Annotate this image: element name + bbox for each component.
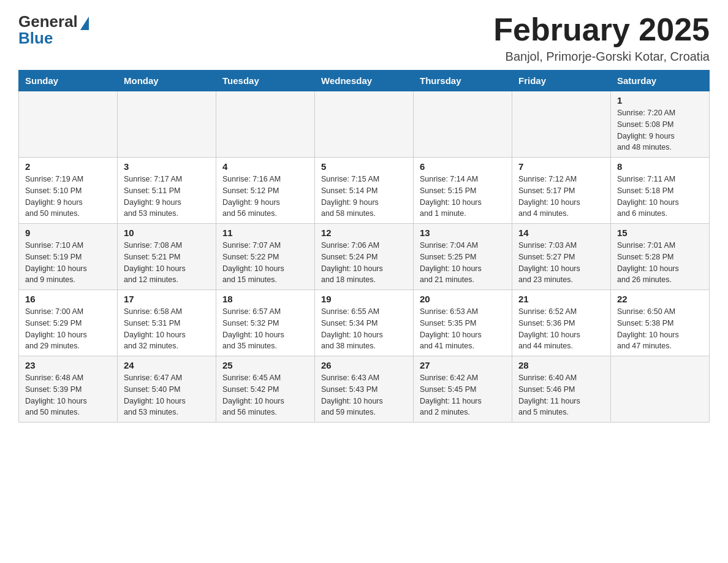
calendar-cell: 6Sunrise: 7:14 AMSunset: 5:15 PMDaylight… [414,158,512,224]
calendar-header: SundayMondayTuesdayWednesdayThursdayFrid… [19,71,710,91]
day-info: Sunrise: 7:01 AMSunset: 5:28 PMDaylight:… [617,240,703,286]
calendar-cell: 16Sunrise: 7:00 AMSunset: 5:29 PMDayligh… [19,290,118,356]
day-info: Sunrise: 7:08 AMSunset: 5:21 PMDaylight:… [124,240,210,286]
day-info: Sunrise: 6:50 AMSunset: 5:38 PMDaylight:… [617,306,703,352]
day-number: 21 [518,294,604,304]
calendar-cell: 13Sunrise: 7:04 AMSunset: 5:25 PMDayligh… [414,224,512,290]
day-info: Sunrise: 6:53 AMSunset: 5:35 PMDaylight:… [420,306,506,352]
day-info: Sunrise: 7:20 AMSunset: 5:08 PMDaylight:… [617,107,703,153]
day-info: Sunrise: 6:40 AMSunset: 5:46 PMDaylight:… [518,372,604,418]
day-number: 18 [222,294,308,304]
calendar-cell: 1Sunrise: 7:20 AMSunset: 5:08 PMDaylight… [611,91,710,158]
calendar-cell: 9Sunrise: 7:10 AMSunset: 5:19 PMDaylight… [19,224,118,290]
day-info: Sunrise: 7:15 AMSunset: 5:14 PMDaylight:… [321,174,407,220]
weekday-header-friday: Friday [512,71,611,91]
day-number: 7 [518,161,604,172]
calendar-cell: 3Sunrise: 7:17 AMSunset: 5:11 PMDaylight… [118,158,216,224]
day-info: Sunrise: 7:14 AMSunset: 5:15 PMDaylight:… [420,174,506,220]
day-number: 14 [518,228,604,238]
calendar-cell: 10Sunrise: 7:08 AMSunset: 5:21 PMDayligh… [118,224,216,290]
day-info: Sunrise: 7:12 AMSunset: 5:17 PMDaylight:… [518,174,604,220]
calendar-table: SundayMondayTuesdayWednesdayThursdayFrid… [18,70,710,423]
calendar-cell: 8Sunrise: 7:11 AMSunset: 5:18 PMDaylight… [611,158,710,224]
day-number: 22 [617,294,703,304]
day-info: Sunrise: 7:16 AMSunset: 5:12 PMDaylight:… [222,174,308,220]
weekday-header-tuesday: Tuesday [216,71,315,91]
calendar-cell [216,91,315,158]
day-number: 26 [321,360,407,370]
day-number: 13 [420,228,506,238]
day-info: Sunrise: 7:00 AMSunset: 5:29 PMDaylight:… [25,306,111,352]
day-info: Sunrise: 7:11 AMSunset: 5:18 PMDaylight:… [617,174,703,220]
day-number: 6 [420,161,506,172]
day-info: Sunrise: 6:45 AMSunset: 5:42 PMDaylight:… [222,372,308,418]
day-number: 28 [518,360,604,370]
day-number: 8 [617,161,703,172]
day-info: Sunrise: 7:04 AMSunset: 5:25 PMDaylight:… [420,240,506,286]
calendar-cell: 26Sunrise: 6:43 AMSunset: 5:43 PMDayligh… [315,356,414,423]
day-number: 2 [25,161,111,172]
day-number: 27 [420,360,506,370]
day-info: Sunrise: 6:47 AMSunset: 5:40 PMDaylight:… [124,372,210,418]
calendar-cell: 22Sunrise: 6:50 AMSunset: 5:38 PMDayligh… [611,290,710,356]
day-info: Sunrise: 6:57 AMSunset: 5:32 PMDaylight:… [222,306,308,352]
calendar-week-row: 9Sunrise: 7:10 AMSunset: 5:19 PMDaylight… [19,224,710,290]
logo: General Blue [18,12,89,48]
day-number: 1 [617,95,703,105]
day-number: 11 [222,228,308,238]
day-info: Sunrise: 6:55 AMSunset: 5:34 PMDaylight:… [321,306,407,352]
page-header: General Blue February 2025 Banjol, Primo… [18,12,710,64]
weekday-header-sunday: Sunday [19,71,118,91]
logo-triangle-icon [80,17,89,30]
calendar-cell: 17Sunrise: 6:58 AMSunset: 5:31 PMDayligh… [118,290,216,356]
weekday-header-monday: Monday [118,71,216,91]
calendar-week-row: 16Sunrise: 7:00 AMSunset: 5:29 PMDayligh… [19,290,710,356]
calendar-body: 1Sunrise: 7:20 AMSunset: 5:08 PMDaylight… [19,91,710,423]
day-number: 25 [222,360,308,370]
day-number: 15 [617,228,703,238]
calendar-cell: 27Sunrise: 6:42 AMSunset: 5:45 PMDayligh… [414,356,512,423]
calendar-cell: 24Sunrise: 6:47 AMSunset: 5:40 PMDayligh… [118,356,216,423]
day-info: Sunrise: 7:17 AMSunset: 5:11 PMDaylight:… [124,174,210,220]
day-info: Sunrise: 7:07 AMSunset: 5:22 PMDaylight:… [222,240,308,286]
day-number: 12 [321,228,407,238]
calendar-cell: 4Sunrise: 7:16 AMSunset: 5:12 PMDaylight… [216,158,315,224]
calendar-week-row: 23Sunrise: 6:48 AMSunset: 5:39 PMDayligh… [19,356,710,423]
day-info: Sunrise: 6:58 AMSunset: 5:31 PMDaylight:… [124,306,210,352]
weekday-header-thursday: Thursday [414,71,512,91]
day-number: 20 [420,294,506,304]
calendar-cell: 18Sunrise: 6:57 AMSunset: 5:32 PMDayligh… [216,290,315,356]
day-number: 5 [321,161,407,172]
calendar-cell [611,356,710,423]
day-number: 16 [25,294,111,304]
weekday-header-saturday: Saturday [611,71,710,91]
day-number: 23 [25,360,111,370]
calendar-cell: 28Sunrise: 6:40 AMSunset: 5:46 PMDayligh… [512,356,611,423]
day-info: Sunrise: 6:52 AMSunset: 5:36 PMDaylight:… [518,306,604,352]
calendar-cell: 25Sunrise: 6:45 AMSunset: 5:42 PMDayligh… [216,356,315,423]
day-info: Sunrise: 6:42 AMSunset: 5:45 PMDaylight:… [420,372,506,418]
weekday-header-row: SundayMondayTuesdayWednesdayThursdayFrid… [19,71,710,91]
calendar-cell: 14Sunrise: 7:03 AMSunset: 5:27 PMDayligh… [512,224,611,290]
day-number: 19 [321,294,407,304]
calendar-cell: 20Sunrise: 6:53 AMSunset: 5:35 PMDayligh… [414,290,512,356]
day-number: 4 [222,161,308,172]
day-info: Sunrise: 7:19 AMSunset: 5:10 PMDaylight:… [25,174,111,220]
logo-blue-text: Blue [18,29,53,48]
calendar-cell: 7Sunrise: 7:12 AMSunset: 5:17 PMDaylight… [512,158,611,224]
calendar-cell: 2Sunrise: 7:19 AMSunset: 5:10 PMDaylight… [19,158,118,224]
calendar-cell: 12Sunrise: 7:06 AMSunset: 5:24 PMDayligh… [315,224,414,290]
day-number: 9 [25,228,111,238]
location-text: Banjol, Primorje-Gorski Kotar, Croatia [493,50,710,64]
calendar-cell: 19Sunrise: 6:55 AMSunset: 5:34 PMDayligh… [315,290,414,356]
calendar-cell: 21Sunrise: 6:52 AMSunset: 5:36 PMDayligh… [512,290,611,356]
calendar-cell: 5Sunrise: 7:15 AMSunset: 5:14 PMDaylight… [315,158,414,224]
month-title: February 2025 [493,12,710,47]
day-info: Sunrise: 7:03 AMSunset: 5:27 PMDaylight:… [518,240,604,286]
calendar-week-row: 1Sunrise: 7:20 AMSunset: 5:08 PMDaylight… [19,91,710,158]
day-number: 17 [124,294,210,304]
day-info: Sunrise: 6:48 AMSunset: 5:39 PMDaylight:… [25,372,111,418]
day-number: 3 [124,161,210,172]
calendar-cell [315,91,414,158]
calendar-cell: 11Sunrise: 7:07 AMSunset: 5:22 PMDayligh… [216,224,315,290]
